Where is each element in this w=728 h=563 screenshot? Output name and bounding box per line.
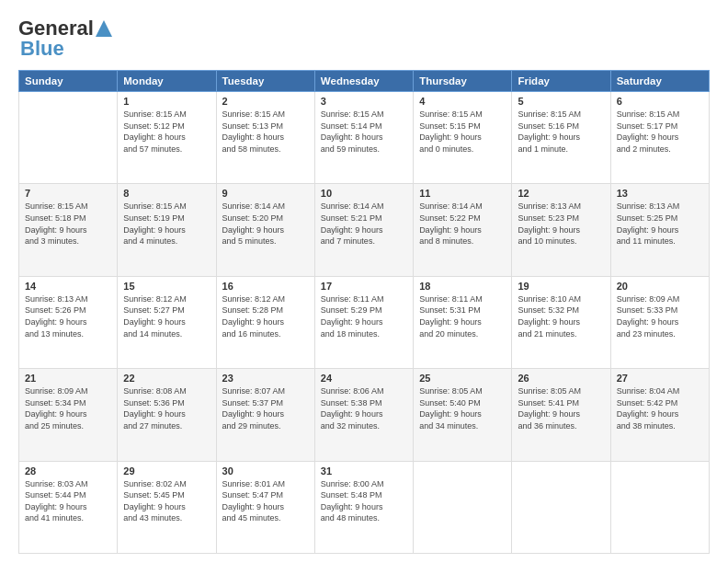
day-number: 26	[518, 373, 604, 384]
day-info: Sunrise: 8:10 AM Sunset: 5:32 PM Dayligh…	[518, 293, 604, 339]
day-cell: 18Sunrise: 8:11 AM Sunset: 5:31 PM Dayli…	[414, 276, 512, 368]
day-number: 27	[617, 373, 703, 384]
day-cell: 26Sunrise: 8:05 AM Sunset: 5:41 PM Dayli…	[512, 369, 610, 461]
day-number: 25	[419, 373, 506, 384]
day-cell: 13Sunrise: 8:13 AM Sunset: 5:25 PM Dayli…	[610, 184, 709, 276]
day-cell: 31Sunrise: 8:00 AM Sunset: 5:48 PM Dayli…	[314, 461, 413, 553]
week-row-3: 14Sunrise: 8:13 AM Sunset: 5:26 PM Dayli…	[19, 276, 710, 368]
day-info: Sunrise: 8:15 AM Sunset: 5:16 PM Dayligh…	[518, 109, 604, 155]
day-number: 13	[617, 188, 703, 199]
day-number: 21	[25, 373, 111, 384]
day-number: 20	[617, 281, 703, 292]
weekday-header-row: SundayMondayTuesdayWednesdayThursdayFrid…	[19, 71, 710, 92]
day-number: 28	[25, 465, 111, 477]
day-cell: 24Sunrise: 8:06 AM Sunset: 5:38 PM Dayli…	[314, 369, 413, 461]
day-cell: 23Sunrise: 8:07 AM Sunset: 5:37 PM Dayli…	[216, 369, 314, 461]
day-number: 12	[518, 188, 604, 199]
day-info: Sunrise: 8:15 AM Sunset: 5:15 PM Dayligh…	[419, 109, 506, 155]
day-number: 16	[222, 281, 309, 292]
day-cell: 21Sunrise: 8:09 AM Sunset: 5:34 PM Dayli…	[19, 369, 118, 461]
day-number: 24	[321, 373, 407, 384]
day-info: Sunrise: 8:15 AM Sunset: 5:19 PM Dayligh…	[123, 201, 210, 247]
day-cell: 28Sunrise: 8:03 AM Sunset: 5:44 PM Dayli…	[19, 461, 118, 553]
weekday-header-friday: Friday	[512, 71, 610, 92]
weekday-header-thursday: Thursday	[414, 71, 512, 92]
day-info: Sunrise: 8:13 AM Sunset: 5:25 PM Dayligh…	[617, 201, 703, 247]
day-cell: 5Sunrise: 8:15 AM Sunset: 5:16 PM Daylig…	[512, 92, 610, 184]
weekday-header-saturday: Saturday	[610, 71, 709, 92]
day-cell: 6Sunrise: 8:15 AM Sunset: 5:17 PM Daylig…	[610, 92, 709, 184]
week-row-1: 1Sunrise: 8:15 AM Sunset: 5:12 PM Daylig…	[19, 92, 710, 184]
day-cell: 17Sunrise: 8:11 AM Sunset: 5:29 PM Dayli…	[314, 276, 413, 368]
day-info: Sunrise: 8:15 AM Sunset: 5:18 PM Dayligh…	[25, 201, 111, 247]
day-info: Sunrise: 8:15 AM Sunset: 5:13 PM Dayligh…	[222, 109, 309, 155]
day-info: Sunrise: 8:05 AM Sunset: 5:40 PM Dayligh…	[419, 385, 506, 431]
day-cell: 29Sunrise: 8:02 AM Sunset: 5:45 PM Dayli…	[118, 461, 216, 553]
day-cell: 14Sunrise: 8:13 AM Sunset: 5:26 PM Dayli…	[19, 276, 118, 368]
day-cell: 4Sunrise: 8:15 AM Sunset: 5:15 PM Daylig…	[414, 92, 512, 184]
day-cell: 25Sunrise: 8:05 AM Sunset: 5:40 PM Dayli…	[414, 369, 512, 461]
logo-blue: Blue	[18, 37, 64, 61]
day-cell: 9Sunrise: 8:14 AM Sunset: 5:20 PM Daylig…	[216, 184, 314, 276]
day-number: 11	[419, 188, 506, 199]
day-info: Sunrise: 8:12 AM Sunset: 5:28 PM Dayligh…	[222, 293, 309, 339]
day-info: Sunrise: 8:14 AM Sunset: 5:22 PM Dayligh…	[419, 201, 506, 247]
day-info: Sunrise: 8:06 AM Sunset: 5:38 PM Dayligh…	[321, 385, 407, 431]
logo: General Blue	[18, 17, 112, 61]
day-number: 5	[518, 96, 604, 107]
day-number: 10	[321, 188, 407, 199]
day-cell: 22Sunrise: 8:08 AM Sunset: 5:36 PM Dayli…	[118, 369, 216, 461]
day-number: 31	[321, 465, 407, 477]
day-cell: 11Sunrise: 8:14 AM Sunset: 5:22 PM Dayli…	[414, 184, 512, 276]
day-cell	[512, 461, 610, 553]
day-cell: 15Sunrise: 8:12 AM Sunset: 5:27 PM Dayli…	[118, 276, 216, 368]
day-cell: 20Sunrise: 8:09 AM Sunset: 5:33 PM Dayli…	[610, 276, 709, 368]
day-info: Sunrise: 8:13 AM Sunset: 5:26 PM Dayligh…	[25, 293, 111, 339]
day-number: 14	[25, 281, 111, 292]
day-number: 17	[321, 281, 407, 292]
day-cell: 12Sunrise: 8:13 AM Sunset: 5:23 PM Dayli…	[512, 184, 610, 276]
day-info: Sunrise: 8:14 AM Sunset: 5:20 PM Dayligh…	[222, 201, 309, 247]
day-number: 6	[617, 96, 703, 107]
day-info: Sunrise: 8:13 AM Sunset: 5:23 PM Dayligh…	[518, 201, 604, 247]
day-info: Sunrise: 8:00 AM Sunset: 5:48 PM Dayligh…	[321, 478, 407, 524]
day-cell: 7Sunrise: 8:15 AM Sunset: 5:18 PM Daylig…	[19, 184, 118, 276]
calendar-table: SundayMondayTuesdayWednesdayThursdayFrid…	[18, 70, 710, 554]
day-number: 1	[123, 96, 210, 107]
week-row-2: 7Sunrise: 8:15 AM Sunset: 5:18 PM Daylig…	[19, 184, 710, 276]
day-info: Sunrise: 8:02 AM Sunset: 5:45 PM Dayligh…	[123, 478, 210, 524]
calendar-page: General Blue SundayMondayTuesdayWednesda…	[0, 0, 728, 563]
day-info: Sunrise: 8:11 AM Sunset: 5:29 PM Dayligh…	[321, 293, 407, 339]
day-cell: 19Sunrise: 8:10 AM Sunset: 5:32 PM Dayli…	[512, 276, 610, 368]
day-number: 22	[123, 373, 210, 384]
day-cell: 1Sunrise: 8:15 AM Sunset: 5:12 PM Daylig…	[118, 92, 216, 184]
day-number: 9	[222, 188, 309, 199]
day-number: 15	[123, 281, 210, 292]
day-number: 19	[518, 281, 604, 292]
day-cell: 27Sunrise: 8:04 AM Sunset: 5:42 PM Dayli…	[610, 369, 709, 461]
day-number: 7	[25, 188, 111, 199]
day-number: 30	[222, 465, 309, 477]
day-info: Sunrise: 8:09 AM Sunset: 5:34 PM Dayligh…	[25, 385, 111, 431]
day-cell: 8Sunrise: 8:15 AM Sunset: 5:19 PM Daylig…	[118, 184, 216, 276]
day-info: Sunrise: 8:01 AM Sunset: 5:47 PM Dayligh…	[222, 478, 309, 524]
day-info: Sunrise: 8:15 AM Sunset: 5:14 PM Dayligh…	[321, 109, 407, 155]
weekday-header-sunday: Sunday	[19, 71, 118, 92]
weekday-header-monday: Monday	[118, 71, 216, 92]
day-cell: 10Sunrise: 8:14 AM Sunset: 5:21 PM Dayli…	[314, 184, 413, 276]
day-info: Sunrise: 8:12 AM Sunset: 5:27 PM Dayligh…	[123, 293, 210, 339]
day-cell: 3Sunrise: 8:15 AM Sunset: 5:14 PM Daylig…	[314, 92, 413, 184]
day-info: Sunrise: 8:07 AM Sunset: 5:37 PM Dayligh…	[222, 385, 309, 431]
day-info: Sunrise: 8:03 AM Sunset: 5:44 PM Dayligh…	[25, 478, 111, 524]
day-number: 8	[123, 188, 210, 199]
header: General Blue	[18, 17, 710, 61]
day-number: 2	[222, 96, 309, 107]
week-row-5: 28Sunrise: 8:03 AM Sunset: 5:44 PM Dayli…	[19, 461, 710, 553]
day-cell	[414, 461, 512, 553]
day-cell: 16Sunrise: 8:12 AM Sunset: 5:28 PM Dayli…	[216, 276, 314, 368]
weekday-header-tuesday: Tuesday	[216, 71, 314, 92]
day-cell	[19, 92, 118, 184]
day-cell: 30Sunrise: 8:01 AM Sunset: 5:47 PM Dayli…	[216, 461, 314, 553]
day-info: Sunrise: 8:08 AM Sunset: 5:36 PM Dayligh…	[123, 385, 210, 431]
day-info: Sunrise: 8:05 AM Sunset: 5:41 PM Dayligh…	[518, 385, 604, 431]
